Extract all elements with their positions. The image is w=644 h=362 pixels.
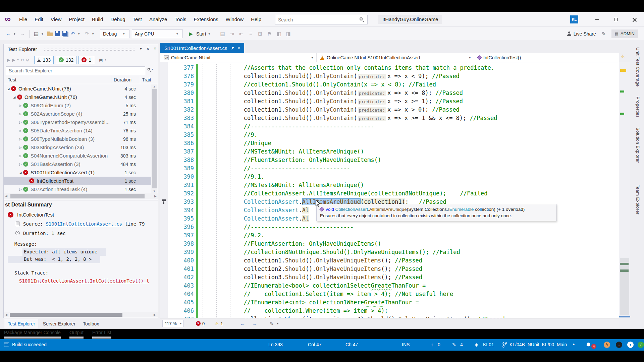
menu-tools[interactable]: Tools — [171, 12, 190, 27]
code-line[interactable]: 378 collection1.Should().OnlyContain(pre… — [160, 72, 619, 80]
repository-icon[interactable]: ◈ — [475, 342, 478, 347]
menu-debug[interactable]: Debug — [107, 12, 129, 27]
pin-icon[interactable] — [231, 46, 234, 50]
user-avatar[interactable]: KL — [570, 15, 578, 23]
member-dropdown[interactable]: IntCollectionTest() — [474, 53, 619, 62]
column-divider[interactable] — [140, 76, 140, 83]
code-line[interactable]: 385 //9. — [160, 131, 619, 139]
pin-icon[interactable]: ⊼ — [145, 46, 151, 51]
feedback-icon[interactable]: ✎ — [601, 31, 607, 37]
navigate-back-icon[interactable]: ← — [5, 31, 11, 37]
column-traits[interactable]: Traits — [142, 77, 151, 82]
scroll-down-icon[interactable]: ▼ — [151, 190, 157, 193]
stack-trace-link[interactable]: S1001IntCollectionAssert.IntCollectionTe… — [19, 278, 149, 284]
insert-mode-indicator[interactable]: INS — [402, 342, 410, 347]
source-file-link[interactable]: S1001IntCollectionAssert.cs — [46, 221, 122, 227]
code-line[interactable]: 402 collection3.Should().OnlyHaveUniqueI… — [160, 273, 619, 282]
pending-edits-icon[interactable]: ✎ — [452, 342, 456, 347]
column-test[interactable]: Test — [8, 77, 16, 82]
test-row[interactable]: ▷✓S02AssertionScope (4)25 ms — [4, 110, 151, 118]
detail-horizontal-scrollbar[interactable]: ◀ ▶ — [4, 312, 158, 317]
drag-grip[interactable] — [44, 48, 135, 51]
navigate-back-caret-icon[interactable]: ▾ — [14, 32, 17, 36]
start-debugging-icon[interactable]: ▶ — [188, 31, 194, 37]
code-line[interactable]: 384 //----------------------------------… — [160, 122, 619, 131]
maximize-button[interactable] — [606, 12, 625, 27]
bottom-tab-test-explorer[interactable]: Test Explorer — [4, 319, 39, 328]
expand-icon[interactable]: ▷ — [18, 146, 23, 149]
warning-count[interactable]: ⚠ 1 — [215, 320, 223, 327]
code-line[interactable]: 389 //----------------------------- — [160, 164, 619, 173]
column-divider[interactable] — [111, 76, 111, 83]
open-file-icon[interactable] — [47, 33, 53, 36]
navigate-back-icon[interactable]: ← — [240, 320, 245, 327]
feedback-smile-icon[interactable]: ✎ — [604, 342, 610, 348]
code-line[interactable]: 401 collection2.Should().OnlyHaveUniqueI… — [160, 265, 619, 273]
expand-icon[interactable]: ▷ — [18, 112, 23, 116]
code-line[interactable]: 406 // collection1.Where(item => item > … — [160, 307, 619, 315]
code-line[interactable]: 392 //CollectionAssert.AllItemsAreUnique… — [160, 189, 619, 198]
menu-edit[interactable]: Edit — [31, 12, 47, 27]
pending-edits-count[interactable]: 4 — [460, 342, 463, 347]
quick-actions-brush-icon[interactable] — [162, 199, 166, 204]
undo-caret-icon[interactable]: ▾ — [78, 32, 82, 36]
bottom-tab-server-explorer[interactable]: Server Explorer — [40, 319, 79, 328]
scrollbar-thumb[interactable] — [152, 89, 157, 188]
test-row[interactable]: ▷✓S04NumericlComparableAssertion303 ms — [4, 152, 151, 160]
live-share-button[interactable]: Live Share — [567, 31, 596, 37]
right-tab-solution-explorer[interactable]: Solution Explorer — [635, 127, 640, 163]
code-line[interactable]: 381 collection1.Should().OnlyContain(pre… — [160, 97, 619, 106]
right-tab-team-explorer[interactable]: Team Explorer — [635, 185, 640, 215]
expand-icon[interactable]: ▷ — [18, 154, 23, 158]
expand-icon[interactable]: ▷ — [18, 121, 23, 124]
error-count[interactable]: × 0 — [196, 320, 205, 327]
code-line[interactable]: 382 collection1.Should().OnlyContain(pre… — [160, 106, 619, 114]
start-caret-icon[interactable]: ▾ — [209, 32, 212, 36]
incoming-commits-icon[interactable]: ↑ — [431, 342, 433, 347]
scroll-left-icon[interactable]: ◀ — [5, 313, 7, 316]
scroll-up-icon[interactable]: ▲ — [151, 85, 157, 88]
menu-analyze[interactable]: Analyze — [146, 12, 171, 27]
expand-icon[interactable]: ▷ — [18, 104, 23, 107]
navigate-forward-icon[interactable]: → — [19, 31, 25, 37]
menu-file[interactable]: File — [15, 12, 31, 27]
test-row[interactable]: ▷✓S03StringAssertion (24)103 ms — [4, 143, 151, 152]
scrollbar-thumb[interactable] — [10, 194, 145, 198]
panel-tab-output[interactable]: Output — [69, 330, 84, 339]
line-indicator[interactable]: Ln 393 — [268, 342, 283, 347]
panel-splitter[interactable] — [4, 200, 158, 200]
code-line[interactable]: 404 // collection1.Select(item => item >… — [160, 290, 619, 298]
code-line[interactable]: 396 //------------------------------ — [160, 223, 619, 231]
toolbar-icon[interactable]: ⚑ — [267, 31, 273, 37]
branch-name[interactable]: KL/04B_NUnit_KL/00_Main — [509, 342, 567, 347]
zoom-dropdown[interactable]: 117 % ▾ — [162, 320, 184, 327]
search-options-caret-icon[interactable]: ▾ — [152, 68, 153, 71]
test-row[interactable]: ▷✓S07ActionThreadTask (4)1 sec — [4, 185, 151, 193]
expand-icon[interactable]: ▷ — [18, 137, 23, 141]
expand-icon[interactable]: ▷ — [18, 188, 23, 191]
undo-icon[interactable]: ↶ — [70, 31, 76, 37]
failed-tests-badge[interactable]: × 1 — [78, 56, 94, 64]
scrollbar-thumb[interactable] — [620, 258, 629, 315]
incoming-commits-count[interactable]: 0 — [438, 342, 440, 347]
minimize-button[interactable] — [588, 12, 606, 27]
editor-vertical-scrollbar[interactable] — [619, 62, 630, 318]
menu-view[interactable]: View — [47, 12, 65, 27]
tab-s1001intcollectionassert[interactable]: S1001IntCollectionAssert.cs × — [160, 43, 244, 53]
output-window-icon[interactable] — [4, 343, 9, 347]
update-download-icon[interactable]: ↓ — [616, 342, 622, 348]
code-line[interactable]: 380 collection1.Should().OnlyContain(pre… — [160, 89, 619, 97]
ink-annotations-icon[interactable]: ✎ — [270, 320, 273, 327]
passed-tests-badge[interactable]: ✓ 132 — [56, 56, 76, 64]
code-line[interactable]: 398 //FluentAssertion: OnlyHaveUniqueIte… — [160, 240, 619, 248]
column-duration[interactable]: Duration — [114, 77, 131, 82]
test-search-box[interactable] — [6, 66, 145, 75]
close-button[interactable] — [625, 12, 644, 27]
run-icon[interactable]: ▶ — [12, 58, 15, 62]
code-editor[interactable]: 377 //Asserts that the collection only c… — [160, 62, 619, 318]
navigate-forward-icon[interactable]: → — [252, 320, 257, 327]
test-row[interactable]: ▷✓S06TypeMethodPropertyAssembl...71 ms — [4, 118, 151, 126]
save-icon[interactable] — [55, 31, 60, 36]
toolbar-icon[interactable]: ⇥ — [229, 31, 235, 37]
panel-tab-error-list[interactable]: Error List — [92, 330, 111, 339]
